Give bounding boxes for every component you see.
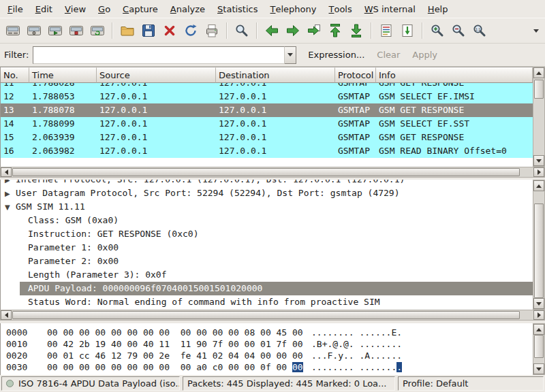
go-to-bottom-icon[interactable] — [346, 20, 367, 41]
zoom-100-icon[interactable]: 1:1 — [469, 20, 490, 41]
scroll-left-button[interactable] — [1, 167, 12, 177]
detail-field-length[interactable]: Length (Parameter 3): 0x0f — [1, 268, 533, 282]
scroll-up-button[interactable] — [533, 67, 544, 78]
go-forward-icon[interactable] — [283, 20, 303, 41]
menu-go[interactable]: Go — [92, 0, 116, 18]
apply-button[interactable]: Apply — [406, 47, 443, 63]
list-interfaces-icon[interactable] — [3, 20, 23, 41]
menu-view[interactable]: View — [59, 0, 92, 18]
bytes-vscrollbar[interactable] — [533, 323, 545, 375]
detail-hscrollbar[interactable] — [0, 310, 545, 321]
hex-row-0020[interactable]: 002000 01 cc 46 12 79 00 2e fe 41 02 04 … — [1, 350, 533, 361]
arrow-right-icon — [538, 169, 541, 175]
selected-ascii-char[interactable]: . — [396, 362, 402, 372]
selected-byte[interactable]: 00 — [292, 362, 303, 372]
menu-file[interactable]: File — [1, 0, 29, 18]
capture-options-icon[interactable] — [24, 20, 44, 41]
packet-row-13-selected[interactable]: 131.788078127.0.0.1127.0.0.1GSMTAPGSM GE… — [1, 103, 533, 117]
detail-line-gsm-sim[interactable]: GSM SIM 11.11 — [1, 200, 533, 214]
menu-ws-internal[interactable]: WS internal — [358, 0, 422, 18]
scroll-up-button[interactable] — [533, 324, 544, 335]
scroll-down-button[interactable] — [533, 298, 544, 309]
packet-row-15[interactable]: 152.063939127.0.0.1127.0.0.1GSMTAPGSM GE… — [1, 131, 533, 144]
packet-row-11[interactable]: 111.788028127.0.0.1127.0.0.1GSMTAPGSM GE… — [1, 83, 533, 90]
save-file-icon[interactable] — [138, 20, 159, 41]
goto-packet-icon[interactable] — [304, 20, 324, 41]
detail-field-status-word[interactable]: Status Word: Normal ending of command wi… — [1, 295, 533, 309]
menu-statistics[interactable]: Statistics — [211, 0, 264, 18]
packet-row-14[interactable]: 141.788099127.0.0.1127.0.0.1GSMTAPGSM SE… — [1, 117, 533, 131]
expert-info-icon[interactable] — [6, 380, 14, 387]
scroll-left-button[interactable] — [1, 310, 12, 320]
capture-stop-icon[interactable] — [66, 20, 87, 41]
status-profile[interactable]: Profile: Default — [398, 376, 544, 391]
detail-field-apdu-payload-selected[interactable]: APDU Payload: 000000096f0704001500150102… — [1, 282, 533, 295]
scroll-thumb[interactable] — [534, 80, 544, 99]
scroll-thumb[interactable] — [12, 168, 520, 176]
menu-help[interactable]: Help — [422, 0, 454, 18]
open-file-icon[interactable] — [117, 20, 138, 41]
detail-field-parameter-2[interactable]: Parameter 2: 0x00 — [1, 255, 533, 268]
hex-row-0000[interactable]: 000000 00 00 00 00 00 00 00 00 00 00 00 … — [1, 327, 533, 338]
print-icon[interactable] — [202, 20, 222, 41]
column-header-destination[interactable]: Destination — [216, 67, 335, 83]
capture-start-icon[interactable] — [45, 20, 65, 41]
scroll-trough[interactable] — [533, 191, 544, 298]
packet-row-12[interactable]: 121.788053127.0.0.1127.0.0.1GSMTAPGSM SE… — [1, 90, 533, 103]
find-packet-icon[interactable] — [232, 20, 252, 41]
scroll-down-button[interactable] — [533, 155, 544, 166]
expression-button[interactable]: Expression... — [302, 47, 371, 63]
filter-input[interactable] — [33, 46, 285, 64]
zoom-in-icon[interactable] — [427, 20, 448, 41]
hex-row-0010[interactable]: 001000 42 2b 19 40 00 40 11 11 90 7f 00 … — [1, 338, 533, 350]
detail-field-class[interactable]: Class: GSM (0xa0) — [1, 214, 533, 227]
expander-expanded-icon[interactable] — [5, 201, 16, 214]
toolbar-overflow-icon[interactable] — [530, 20, 542, 41]
scroll-trough[interactable] — [533, 335, 544, 363]
clear-button[interactable]: Clear — [371, 47, 406, 63]
capture-restart-icon[interactable] — [87, 20, 108, 41]
expander-collapsed-icon[interactable] — [5, 187, 16, 201]
scroll-trough[interactable] — [12, 310, 533, 320]
packet-row-16[interactable]: 162.063982127.0.0.1127.0.0.1GSMTAPGSM RE… — [1, 144, 533, 158]
packet-list-body: 111.788028127.0.0.1127.0.0.1GSMTAPGSM GE… — [1, 83, 533, 167]
close-file-icon[interactable] — [159, 20, 180, 41]
scroll-down-button[interactable] — [533, 363, 544, 374]
go-to-top-icon[interactable] — [325, 20, 345, 41]
scroll-right-button[interactable] — [533, 167, 544, 177]
auto-scroll-icon[interactable] — [397, 20, 418, 41]
column-header-no[interactable]: No. — [1, 67, 29, 83]
scroll-trough[interactable] — [533, 78, 544, 155]
scroll-thumb[interactable] — [534, 335, 544, 358]
zoom-out-icon[interactable] — [448, 20, 469, 41]
scroll-thumb[interactable] — [534, 203, 544, 298]
detail-field-parameter-1[interactable]: Parameter 1: 0x00 — [1, 241, 533, 255]
filter-dropdown-button[interactable] — [285, 46, 296, 64]
detail-vscrollbar[interactable] — [533, 180, 545, 310]
arrow-up-icon — [536, 184, 542, 188]
column-header-protocol[interactable]: Protocol — [335, 67, 376, 83]
packet-list-hscrollbar[interactable] — [0, 167, 545, 178]
go-back-icon[interactable] — [262, 20, 282, 41]
menu-tools[interactable]: Tools — [322, 0, 358, 18]
detail-line-ip[interactable]: Internet Protocol, Src: 127.0.0.1 (127.0… — [1, 180, 533, 186]
scroll-right-button[interactable] — [533, 310, 544, 320]
arrow-right-icon — [538, 312, 541, 318]
scroll-trough[interactable] — [12, 167, 533, 177]
colorize-packet-list-icon[interactable] — [376, 20, 396, 41]
packet-list-vscrollbar[interactable] — [533, 67, 545, 167]
detail-line-udp[interactable]: User Datagram Protocol, Src Port: 52294 … — [1, 186, 533, 200]
menu-analyze[interactable]: Analyze — [164, 0, 211, 18]
hex-row-0030[interactable]: 003000 00 00 00 00 00 00 00 00 a0 c0 00 … — [1, 361, 533, 373]
menu-edit[interactable]: Edit — [29, 0, 59, 18]
detail-field-instruction[interactable]: Instruction: GET RESPONSE (0xc0) — [1, 227, 533, 241]
scroll-thumb[interactable] — [12, 311, 520, 319]
column-header-source[interactable]: Source — [97, 67, 216, 83]
menu-telephony[interactable]: Telephony — [264, 0, 323, 18]
scroll-up-button[interactable] — [533, 180, 544, 191]
column-header-time[interactable]: Time — [29, 67, 97, 83]
menu-capture[interactable]: Capture — [116, 0, 164, 18]
reload-icon[interactable] — [181, 20, 201, 41]
column-header-info[interactable]: Info — [376, 67, 533, 83]
packet-list-header: No. Time Source Destination Protocol Inf… — [1, 67, 533, 83]
